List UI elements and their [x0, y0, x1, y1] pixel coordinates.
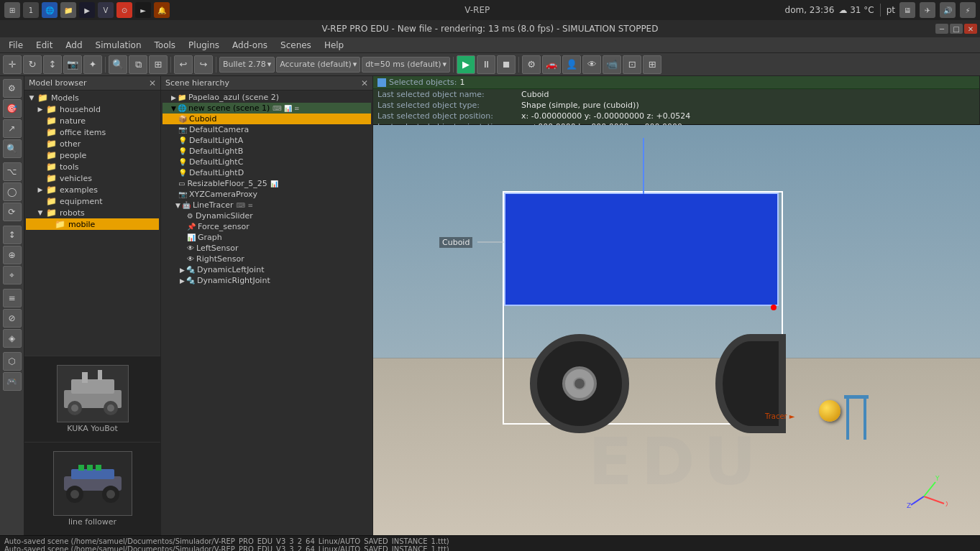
scene-item-leftsensor[interactable]: 👁 LeftSensor	[162, 243, 371, 254]
menu-file[interactable]: File	[3, 39, 29, 52]
scene-hierarchy-close-button[interactable]: ✕	[361, 78, 368, 88]
select-button[interactable]: ✦	[83, 55, 102, 74]
stop-button[interactable]: ⏹	[497, 55, 516, 74]
custom2-button[interactable]: ◈	[3, 329, 22, 348]
custom1-button[interactable]: ⊘	[3, 309, 22, 328]
search-button[interactable]: 🔍	[3, 139, 22, 158]
menu-add[interactable]: Add	[60, 39, 88, 52]
chrome-icon[interactable]: ⊙	[116, 2, 132, 18]
scene-toggle-linetracer[interactable]: ▼	[175, 202, 180, 209]
layers-button[interactable]: ⊡	[623, 55, 641, 74]
tree-toggle-household[interactable]: ▶	[36, 105, 45, 114]
notify-icon[interactable]: 🔔	[154, 2, 170, 18]
menu-simulation[interactable]: Simulation	[90, 39, 147, 52]
settings-button[interactable]: ⚙	[522, 55, 541, 74]
calc-button[interactable]: ⟳	[3, 203, 22, 221]
script-button[interactable]: ≡	[3, 289, 22, 307]
close-button[interactable]: ✕	[964, 24, 977, 34]
browser-icon[interactable]: 🌐	[42, 2, 58, 18]
scene-toggle-new[interactable]: ▼	[171, 105, 176, 112]
layers2-button[interactable]: ⊕	[3, 246, 22, 264]
tree-item-equipment[interactable]: ▶ 📁 equipment	[26, 195, 159, 207]
path-button[interactable]: ↗	[3, 119, 22, 138]
tree-item-household[interactable]: ▶ 📁 household	[26, 103, 159, 115]
rotate-tool-button[interactable]: ↻	[23, 55, 42, 74]
car-view-button[interactable]: 🚗	[542, 55, 561, 74]
scene-item-leftjoint[interactable]: ▶ 🔩 DynamicLeftJoint	[162, 264, 371, 275]
scene-toggle-rightjoint[interactable]: ▶	[180, 277, 185, 284]
menu-edit[interactable]: Edit	[30, 39, 58, 52]
scene-item-dynamicslider[interactable]: ⚙ DynamicSlider	[162, 210, 371, 221]
terminal-icon[interactable]: ▶	[79, 2, 95, 18]
move-tool-button[interactable]: ↕	[43, 55, 62, 74]
snap-button[interactable]: ⧉	[129, 55, 147, 74]
scene-item-lighta[interactable]: 💡 DefaultLightA	[162, 135, 371, 146]
tree-item-other[interactable]: ▶ 📁 other	[26, 138, 159, 149]
camera-button[interactable]: 📷	[63, 55, 82, 74]
dt-dropdown[interactable]: dt=50 ms (default) ▾	[362, 57, 450, 73]
model-browser-close-button[interactable]: ✕	[149, 78, 156, 88]
custom4-button[interactable]: 🎮	[3, 372, 22, 391]
scene-item-xyzcamera[interactable]: 📷 XYZCameraProxy	[162, 189, 371, 200]
scene-item-graph[interactable]: 📊 Graph	[162, 232, 371, 243]
tree-item-nature[interactable]: ▶ 📁 nature	[26, 115, 159, 126]
scene-item-cuboid[interactable]: 📦 Cuboid	[162, 114, 371, 124]
workspace-1-icon[interactable]: 1	[23, 2, 39, 18]
tree-item-models[interactable]: ▼ 📁 Models	[26, 92, 159, 103]
scene-object-button[interactable]: 🎯	[3, 99, 22, 118]
tree-item-robots[interactable]: ▼ 📁 robots	[26, 207, 159, 218]
custom3-button[interactable]: ⬡	[3, 352, 22, 371]
layout-button[interactable]: ⊞	[643, 55, 661, 74]
maximize-button[interactable]: □	[950, 24, 963, 34]
apps-icon[interactable]: ⊞	[4, 2, 20, 18]
viewport[interactable]: Cuboid	[373, 125, 980, 535]
tree-item-vehicles[interactable]: ▶ 📁 vehicles	[26, 172, 159, 184]
scene-item-floor[interactable]: ▭ ResizableFloor_5_25 📊	[162, 178, 371, 189]
tree-item-office-items[interactable]: ▶ 📁 office items	[26, 126, 159, 138]
scene-item-lightc[interactable]: 💡 DefaultLightC	[162, 157, 371, 167]
shape-button[interactable]: ◯	[3, 182, 22, 201]
scene-item-rightjoint[interactable]: ▶ 🔩 DynamicRightJoint	[162, 275, 371, 286]
scene-item-linetracer[interactable]: ▼ 🤖 LineTracer ⌨ ≡	[162, 200, 371, 210]
scene-item-lightb[interactable]: 💡 DefaultLightB	[162, 146, 371, 157]
term2-icon[interactable]: ►	[135, 2, 151, 18]
scene-toggle-papelao[interactable]: ▶	[171, 94, 176, 101]
redo-button[interactable]: ↪	[194, 55, 213, 74]
eye-button[interactable]: 👁	[582, 55, 601, 74]
joint-button[interactable]: ⌖	[3, 266, 22, 284]
display-icon[interactable]: 🖥	[899, 2, 915, 18]
volume-icon[interactable]: 🔊	[940, 2, 956, 18]
pause-button[interactable]: ⏸	[477, 55, 495, 74]
menu-tools[interactable]: Tools	[149, 39, 182, 52]
scene-item-papelao[interactable]: ▶ 📁 Papelao_azul (scene 2)	[162, 92, 371, 103]
power-icon[interactable]: ⚡	[960, 2, 976, 18]
vrep-icon[interactable]: V	[98, 2, 114, 18]
tree-item-people[interactable]: ▶ 📁 people	[26, 149, 159, 161]
tree-item-examples[interactable]: ▶ 📁 examples	[26, 184, 159, 195]
scene-item-new-scene[interactable]: ▼ 🌐 new scene (scene 1) ⌨ 📊 ≡	[162, 103, 371, 114]
scene-item-forcesensor[interactable]: 📌 Force_sensor	[162, 221, 371, 232]
play-button[interactable]: ▶	[457, 55, 475, 74]
tree-toggle-models[interactable]: ▼	[27, 93, 36, 102]
tree-item-tools[interactable]: ▶ 📁 tools	[26, 161, 159, 172]
bullet-dropdown[interactable]: Bullet 2.78 ▾	[219, 57, 275, 73]
network-icon[interactable]: ✈	[920, 2, 935, 18]
pointer-tool-button[interactable]: ✛	[3, 55, 22, 74]
undo-button[interactable]: ↩	[174, 55, 193, 74]
tree-item-mobile[interactable]: ▶ 📁 mobile	[26, 218, 159, 230]
scene-item-defaultcamera[interactable]: 📷 DefaultCamera	[162, 124, 371, 135]
person-view-button[interactable]: 👤	[562, 55, 581, 74]
scene-toggle-leftjoint[interactable]: ▶	[180, 267, 185, 274]
menu-scenes[interactable]: Scenes	[275, 39, 317, 52]
tree-toggle-examples[interactable]: ▶	[36, 185, 45, 194]
filter-button[interactable]: ⌥	[3, 162, 22, 181]
camera2-button[interactable]: 📹	[603, 55, 621, 74]
tree-toggle-robots[interactable]: ▼	[36, 208, 45, 217]
scene-item-lightd[interactable]: 💡 DefaultLightD	[162, 167, 371, 178]
zoom-button[interactable]: 🔍	[109, 55, 127, 74]
grid-button[interactable]: ⊞	[149, 55, 168, 74]
minimize-button[interactable]: ─	[935, 24, 948, 34]
menu-help[interactable]: Help	[319, 39, 349, 52]
physics-dropdown[interactable]: Accurate (default) ▾	[276, 57, 360, 73]
move2-button[interactable]: ↕	[3, 226, 22, 244]
